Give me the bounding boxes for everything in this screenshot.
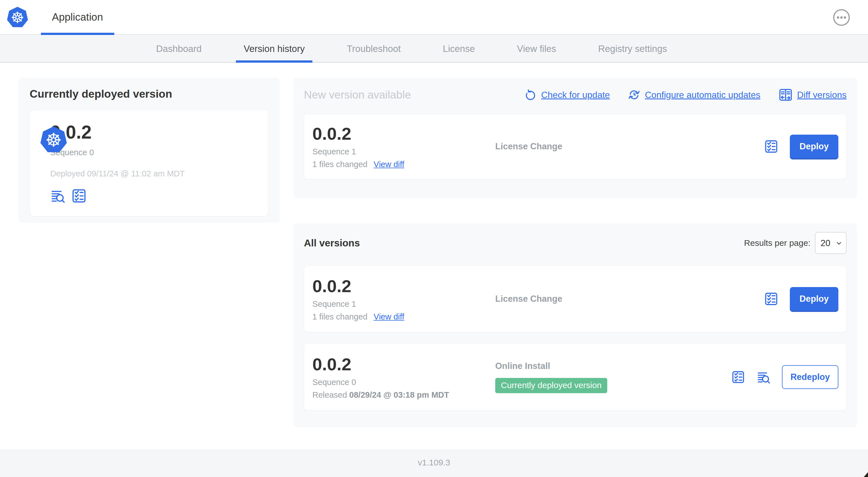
- files-changed-label: 1 files changed: [312, 160, 367, 169]
- new-version-section: New version available Check for update C…: [293, 78, 857, 198]
- tab-label: Troubleshoot: [347, 43, 401, 54]
- new-version-heading: New version available: [304, 89, 411, 101]
- tab-registry-settings[interactable]: Registry settings: [591, 35, 675, 62]
- new-version-header: New version available Check for update C…: [304, 87, 846, 102]
- version-change-type: License Change: [495, 294, 764, 304]
- new-version-card: 0.0.2 Sequence 1 1 files changed View di…: [304, 114, 846, 179]
- all-versions-heading: All versions: [304, 237, 360, 249]
- version-actions: Deploy: [764, 287, 838, 311]
- deployed-version-number: 0.0.2: [50, 122, 185, 142]
- diff-icon: [778, 87, 793, 102]
- version-number: 0.0.2: [312, 355, 495, 374]
- version-info: 0.0.2 Sequence 1 1 files changed View di…: [312, 124, 495, 169]
- results-per-page-select-wrap: 20: [815, 232, 846, 254]
- app-header: ☸ Application: [0, 0, 868, 35]
- version-sequence: Sequence 1: [312, 147, 495, 156]
- preflight-checks-icon[interactable]: [764, 139, 779, 154]
- helm-wheel-glyph: ☸: [11, 9, 24, 27]
- tab-active-underline: [236, 60, 312, 63]
- configure-automatic-updates-link[interactable]: Configure automatic updates: [627, 88, 760, 101]
- console-version: v1.109.3: [417, 458, 450, 467]
- version-history-page: ☸ Application Dashboard Version history …: [0, 0, 868, 477]
- tab-version-history[interactable]: Version history: [236, 35, 312, 62]
- version-actions: Redeploy: [731, 365, 838, 389]
- tab-label: Dashboard: [156, 43, 202, 54]
- helm-wheel-glyph: ☸: [45, 129, 62, 151]
- check-for-update-link[interactable]: Check for update: [524, 88, 610, 101]
- refresh-icon: [524, 88, 537, 101]
- change-type-label: Online Install: [495, 361, 731, 371]
- tab-troubleshoot[interactable]: Troubleshoot: [339, 35, 408, 62]
- link-label: Diff versions: [797, 90, 846, 100]
- files-changed-label: 1 files changed: [312, 312, 367, 322]
- released-prefix: Released: [312, 390, 347, 399]
- tab-label: Version history: [244, 43, 305, 54]
- view-diff-link[interactable]: View diff: [374, 312, 404, 322]
- auto-update-clock-icon: [627, 88, 641, 101]
- update-links: Check for update Configure automatic upd…: [524, 87, 846, 102]
- all-versions-header: All versions Results per page: 20: [304, 232, 846, 254]
- all-versions-section: All versions Results per page: 20 0.0.2 …: [293, 223, 857, 427]
- deployed-timestamp: Deployed 09/11/24 @ 11:02 am MDT: [50, 169, 185, 178]
- tab-view-files[interactable]: View files: [509, 35, 564, 62]
- deployed-sequence: Sequence 0: [50, 148, 185, 157]
- release-notes-icon[interactable]: [756, 370, 771, 384]
- link-label: Configure automatic updates: [645, 90, 760, 100]
- results-per-page-select[interactable]: 20: [815, 232, 846, 254]
- preflight-checks-icon[interactable]: [731, 369, 745, 385]
- results-per-page-label: Results per page:: [744, 238, 810, 248]
- app-title-active-underline: [41, 33, 114, 35]
- version-row: 0.0.2 Sequence 1 1 files changed View di…: [304, 266, 846, 332]
- deploy-button[interactable]: Deploy: [790, 135, 838, 158]
- all-versions-rows: 0.0.2 Sequence 1 1 files changed View di…: [304, 266, 846, 411]
- currently-deployed-title: Currently deployed version: [30, 87, 268, 100]
- version-number: 0.0.2: [312, 124, 495, 144]
- tab-label: License: [443, 43, 475, 54]
- app-tabbar: Dashboard Version history Troubleshoot L…: [0, 35, 868, 63]
- currently-deployed-badge: Currently deployed version: [495, 378, 607, 393]
- diff-versions-link[interactable]: Diff versions: [778, 87, 846, 102]
- preflight-checks-icon[interactable]: [71, 188, 87, 204]
- currently-deployed-info: 0.0.2 Sequence 0 Deployed 09/11/24 @ 11:…: [50, 122, 185, 204]
- version-change-type: License Change: [495, 141, 764, 152]
- view-diff-link[interactable]: View diff: [374, 160, 404, 169]
- page-footer: v1.109.3: [0, 449, 868, 477]
- change-type-label: License Change: [495, 294, 764, 304]
- released-timestamp: Released 08/29/24 @ 03:18 pm MDT: [312, 390, 495, 400]
- redeploy-button[interactable]: Redeploy: [782, 365, 838, 389]
- version-actions: Deploy: [764, 135, 838, 158]
- currently-deployed-card: ☸ 0.0.2 Sequence 0 Deployed 09/11/24 @ 1…: [30, 110, 268, 216]
- link-label: Check for update: [541, 90, 610, 100]
- tab-label: Registry settings: [598, 43, 667, 54]
- results-per-page: Results per page: 20: [744, 232, 846, 254]
- tab-dashboard[interactable]: Dashboard: [148, 35, 209, 62]
- released-date: 08/29/24 @ 03:18 pm MDT: [349, 390, 449, 399]
- ellipsis-menu-icon[interactable]: [832, 8, 850, 27]
- app-title: Application: [52, 0, 103, 34]
- version-number: 0.0.2: [312, 276, 495, 296]
- version-sequence: Sequence 0: [312, 378, 495, 387]
- deployed-version-actions: [50, 188, 185, 204]
- tab-label: View files: [517, 43, 556, 54]
- files-changed-row: 1 files changed View diff: [312, 312, 495, 322]
- release-notes-icon[interactable]: [50, 188, 65, 204]
- kubernetes-helm-wheel-icon: ☸: [7, 7, 28, 28]
- version-sequence: Sequence 1: [312, 299, 495, 309]
- files-changed-row: 1 files changed View diff: [312, 160, 495, 169]
- version-info: 0.0.2 Sequence 1 1 files changed View di…: [312, 276, 495, 322]
- change-type-label: License Change: [495, 141, 764, 152]
- preflight-checks-icon[interactable]: [764, 291, 779, 307]
- deploy-button[interactable]: Deploy: [790, 287, 838, 311]
- version-info: 0.0.2 Sequence 0 Released 08/29/24 @ 03:…: [312, 355, 495, 400]
- version-change-type: Online Install Currently deployed versio…: [495, 361, 731, 393]
- version-row: 0.0.2 Sequence 0 Released 08/29/24 @ 03:…: [304, 343, 846, 411]
- currently-deployed-section: Currently deployed version ☸ 0.0.2 Seque…: [18, 78, 280, 223]
- tab-license[interactable]: License: [435, 35, 483, 62]
